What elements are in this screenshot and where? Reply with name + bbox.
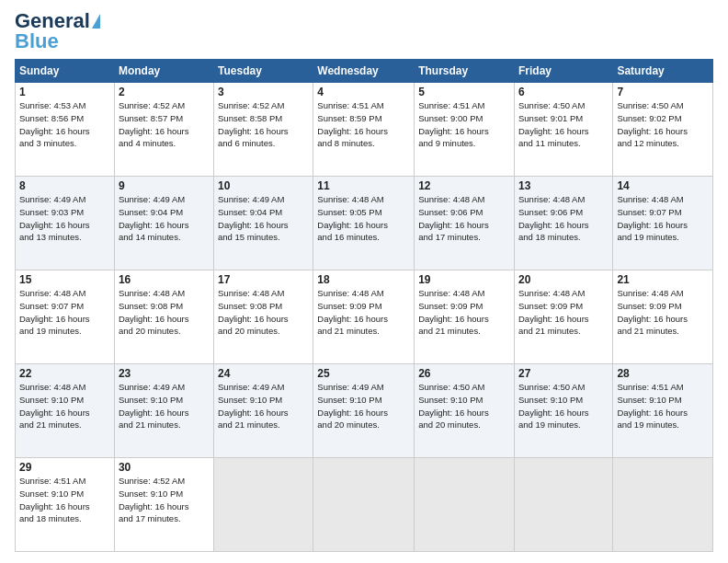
day-info: Sunrise: 4:48 AM Sunset: 9:10 PM Dayligh… xyxy=(19,381,110,431)
day-cell-12: 12Sunrise: 4:48 AM Sunset: 9:06 PM Dayli… xyxy=(415,177,515,270)
day-info: Sunrise: 4:51 AM Sunset: 9:10 PM Dayligh… xyxy=(617,381,709,431)
day-info: Sunrise: 4:52 AM Sunset: 8:58 PM Dayligh… xyxy=(218,99,309,150)
col-header-sunday: Sunday xyxy=(16,60,115,83)
day-cell-29: 29Sunrise: 4:51 AM Sunset: 9:10 PM Dayli… xyxy=(16,458,115,552)
day-number: 22 xyxy=(19,367,110,380)
day-number: 12 xyxy=(418,179,510,192)
day-info: Sunrise: 4:49 AM Sunset: 9:03 PM Dayligh… xyxy=(19,193,110,244)
logo-text-line1: General xyxy=(15,11,90,31)
day-cell-11: 11Sunrise: 4:48 AM Sunset: 9:05 PM Dayli… xyxy=(313,177,415,270)
day-number: 23 xyxy=(119,367,210,380)
day-number: 29 xyxy=(19,461,110,474)
day-info: Sunrise: 4:50 AM Sunset: 9:02 PM Dayligh… xyxy=(617,99,709,150)
day-info: Sunrise: 4:49 AM Sunset: 9:10 PM Dayligh… xyxy=(317,381,410,431)
day-cell-5: 5Sunrise: 4:51 AM Sunset: 9:00 PM Daylig… xyxy=(415,83,515,177)
day-info: Sunrise: 4:48 AM Sunset: 9:07 PM Dayligh… xyxy=(19,287,110,338)
day-number: 3 xyxy=(218,86,309,98)
day-info: Sunrise: 4:48 AM Sunset: 9:09 PM Dayligh… xyxy=(317,287,410,338)
day-number: 28 xyxy=(617,367,709,380)
logo-triangle-icon xyxy=(92,14,100,29)
page: General Blue SundayMondayTuesdayWednesda… xyxy=(0,0,728,563)
day-number: 18 xyxy=(317,273,410,286)
calendar-week-3: 15Sunrise: 4:48 AM Sunset: 9:07 PM Dayli… xyxy=(16,270,713,364)
day-info: Sunrise: 4:49 AM Sunset: 9:10 PM Dayligh… xyxy=(218,381,309,431)
col-header-saturday: Saturday xyxy=(613,60,713,83)
day-number: 9 xyxy=(119,179,210,192)
day-info: Sunrise: 4:48 AM Sunset: 9:09 PM Dayligh… xyxy=(518,287,609,338)
day-info: Sunrise: 4:48 AM Sunset: 9:05 PM Dayligh… xyxy=(317,193,410,244)
empty-cell xyxy=(214,458,313,552)
day-cell-20: 20Sunrise: 4:48 AM Sunset: 9:09 PM Dayli… xyxy=(514,270,612,364)
day-number: 6 xyxy=(518,86,609,98)
day-cell-1: 1Sunrise: 4:53 AM Sunset: 8:56 PM Daylig… xyxy=(16,83,115,177)
empty-cell xyxy=(514,458,612,552)
day-cell-24: 24Sunrise: 4:49 AM Sunset: 9:10 PM Dayli… xyxy=(214,364,313,458)
day-cell-8: 8Sunrise: 4:49 AM Sunset: 9:03 PM Daylig… xyxy=(16,177,115,270)
day-cell-27: 27Sunrise: 4:50 AM Sunset: 9:10 PM Dayli… xyxy=(514,364,612,458)
day-cell-9: 9Sunrise: 4:49 AM Sunset: 9:04 PM Daylig… xyxy=(114,177,213,270)
day-info: Sunrise: 4:49 AM Sunset: 9:04 PM Dayligh… xyxy=(218,193,309,244)
day-cell-3: 3Sunrise: 4:52 AM Sunset: 8:58 PM Daylig… xyxy=(214,83,313,177)
day-info: Sunrise: 4:48 AM Sunset: 9:09 PM Dayligh… xyxy=(418,287,510,338)
day-info: Sunrise: 4:49 AM Sunset: 9:10 PM Dayligh… xyxy=(119,381,210,431)
day-info: Sunrise: 4:48 AM Sunset: 9:08 PM Dayligh… xyxy=(119,287,210,338)
calendar-table: SundayMondayTuesdayWednesdayThursdayFrid… xyxy=(15,59,713,552)
day-number: 11 xyxy=(317,179,410,192)
header: General Blue xyxy=(15,11,713,52)
day-number: 5 xyxy=(418,86,510,98)
day-cell-19: 19Sunrise: 4:48 AM Sunset: 9:09 PM Dayli… xyxy=(415,270,515,364)
day-number: 14 xyxy=(617,179,709,192)
day-number: 19 xyxy=(418,273,510,286)
day-cell-6: 6Sunrise: 4:50 AM Sunset: 9:01 PM Daylig… xyxy=(514,83,612,177)
day-cell-4: 4Sunrise: 4:51 AM Sunset: 8:59 PM Daylig… xyxy=(313,83,415,177)
day-cell-7: 7Sunrise: 4:50 AM Sunset: 9:02 PM Daylig… xyxy=(613,83,713,177)
day-number: 4 xyxy=(317,86,410,98)
day-number: 30 xyxy=(119,461,210,474)
day-cell-30: 30Sunrise: 4:52 AM Sunset: 9:10 PM Dayli… xyxy=(114,458,213,552)
day-info: Sunrise: 4:51 AM Sunset: 8:59 PM Dayligh… xyxy=(317,99,410,150)
day-number: 20 xyxy=(518,273,609,286)
day-cell-22: 22Sunrise: 4:48 AM Sunset: 9:10 PM Dayli… xyxy=(16,364,115,458)
logo: General Blue xyxy=(15,11,100,52)
day-number: 25 xyxy=(317,367,410,380)
day-cell-14: 14Sunrise: 4:48 AM Sunset: 9:07 PM Dayli… xyxy=(613,177,713,270)
col-header-wednesday: Wednesday xyxy=(313,60,415,83)
calendar-week-4: 22Sunrise: 4:48 AM Sunset: 9:10 PM Dayli… xyxy=(16,364,713,458)
day-number: 15 xyxy=(19,273,110,286)
day-cell-10: 10Sunrise: 4:49 AM Sunset: 9:04 PM Dayli… xyxy=(214,177,313,270)
day-number: 27 xyxy=(518,367,609,380)
day-number: 10 xyxy=(218,179,309,192)
day-cell-2: 2Sunrise: 4:52 AM Sunset: 8:57 PM Daylig… xyxy=(114,83,213,177)
day-info: Sunrise: 4:51 AM Sunset: 9:00 PM Dayligh… xyxy=(418,99,510,150)
day-number: 21 xyxy=(617,273,709,286)
day-cell-15: 15Sunrise: 4:48 AM Sunset: 9:07 PM Dayli… xyxy=(16,270,115,364)
col-header-tuesday: Tuesday xyxy=(214,60,313,83)
calendar-header-row: SundayMondayTuesdayWednesdayThursdayFrid… xyxy=(16,60,713,83)
day-info: Sunrise: 4:49 AM Sunset: 9:04 PM Dayligh… xyxy=(119,193,210,244)
day-info: Sunrise: 4:48 AM Sunset: 9:06 PM Dayligh… xyxy=(518,193,609,244)
day-info: Sunrise: 4:48 AM Sunset: 9:08 PM Dayligh… xyxy=(218,287,309,338)
day-info: Sunrise: 4:51 AM Sunset: 9:10 PM Dayligh… xyxy=(19,475,110,525)
empty-cell xyxy=(415,458,515,552)
day-info: Sunrise: 4:48 AM Sunset: 9:06 PM Dayligh… xyxy=(418,193,510,244)
day-info: Sunrise: 4:48 AM Sunset: 9:09 PM Dayligh… xyxy=(617,287,709,338)
day-cell-18: 18Sunrise: 4:48 AM Sunset: 9:09 PM Dayli… xyxy=(313,270,415,364)
day-number: 26 xyxy=(418,367,510,380)
day-info: Sunrise: 4:48 AM Sunset: 9:07 PM Dayligh… xyxy=(617,193,709,244)
day-number: 2 xyxy=(119,86,210,98)
day-cell-13: 13Sunrise: 4:48 AM Sunset: 9:06 PM Dayli… xyxy=(514,177,612,270)
day-number: 24 xyxy=(218,367,309,380)
day-cell-23: 23Sunrise: 4:49 AM Sunset: 9:10 PM Dayli… xyxy=(114,364,213,458)
col-header-monday: Monday xyxy=(114,60,213,83)
day-number: 1 xyxy=(19,86,110,98)
day-info: Sunrise: 4:53 AM Sunset: 8:56 PM Dayligh… xyxy=(19,99,110,150)
calendar-week-5: 29Sunrise: 4:51 AM Sunset: 9:10 PM Dayli… xyxy=(16,458,713,552)
day-number: 8 xyxy=(19,179,110,192)
day-number: 13 xyxy=(518,179,609,192)
col-header-friday: Friday xyxy=(514,60,612,83)
col-header-thursday: Thursday xyxy=(415,60,515,83)
day-cell-17: 17Sunrise: 4:48 AM Sunset: 9:08 PM Dayli… xyxy=(214,270,313,364)
day-number: 7 xyxy=(617,86,709,98)
day-info: Sunrise: 4:50 AM Sunset: 9:01 PM Dayligh… xyxy=(518,99,609,150)
day-cell-28: 28Sunrise: 4:51 AM Sunset: 9:10 PM Dayli… xyxy=(613,364,713,458)
